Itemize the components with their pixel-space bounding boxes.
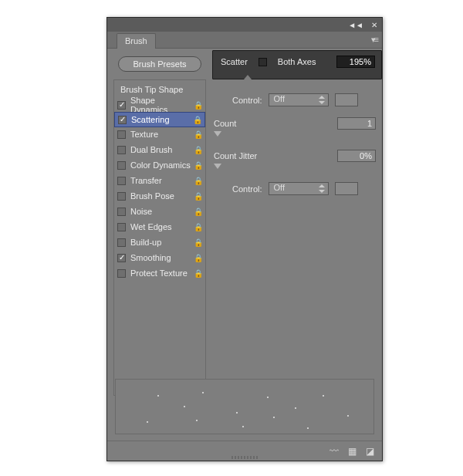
option-label: Transfer xyxy=(130,176,193,185)
lock-icon[interactable]: 🔒 xyxy=(193,130,204,139)
resize-grip-icon[interactable] xyxy=(231,456,258,459)
option-checkbox[interactable] xyxy=(117,223,126,231)
option-row[interactable]: ✓Smoothing🔒 xyxy=(114,250,205,265)
count-jitter-label: Count Jitter xyxy=(214,151,257,160)
option-checkbox[interactable] xyxy=(117,269,126,278)
count-slider-thumb[interactable] xyxy=(214,131,221,137)
lock-icon[interactable]: 🔒 xyxy=(193,269,204,278)
scatter-bar: Scatter Both Axes 195% xyxy=(212,50,382,79)
jitter-control-dropdown[interactable]: Off xyxy=(269,182,329,195)
preview-dot xyxy=(184,406,185,407)
option-label: Build-up xyxy=(130,238,193,247)
option-checkbox[interactable] xyxy=(117,238,126,247)
option-label: Brush Pose xyxy=(130,191,193,201)
option-checkbox[interactable] xyxy=(117,161,126,170)
option-label: Brush Tip Shape xyxy=(120,85,205,94)
new-brush-icon[interactable]: ▦ xyxy=(348,446,357,457)
lock-icon[interactable]: 🔒 xyxy=(193,254,204,262)
count-row: Count 1 xyxy=(214,117,376,130)
preview-dot xyxy=(323,395,324,397)
option-checkbox[interactable] xyxy=(117,130,126,139)
option-row[interactable]: Color Dynamics🔒 xyxy=(114,157,205,173)
both-axes-label: Both Axes xyxy=(278,57,316,66)
count-jitter-row: Count Jitter 0% xyxy=(214,150,376,162)
panel-titlebar: ◄◄ ✕ xyxy=(107,18,382,32)
option-row[interactable]: Noise🔒 xyxy=(114,204,205,219)
count-slider[interactable] xyxy=(214,131,376,139)
lock-icon[interactable]: 🔒 xyxy=(192,116,203,124)
option-label: Dual Brush xyxy=(130,145,193,154)
jitter-control-row: Control: Off xyxy=(214,182,376,195)
toggle-preview-icon[interactable]: 〰 xyxy=(330,446,339,457)
option-checkbox[interactable]: ✓ xyxy=(117,254,126,262)
count-label: Count xyxy=(214,119,236,128)
option-checkbox[interactable] xyxy=(117,192,126,201)
option-checkbox[interactable] xyxy=(117,146,126,154)
preview-dot xyxy=(202,392,204,393)
option-label: Noise xyxy=(130,207,193,216)
option-checkbox[interactable] xyxy=(117,208,126,216)
option-checkbox[interactable]: ✓ xyxy=(117,101,126,110)
option-checkbox[interactable]: ✓ xyxy=(118,116,127,124)
option-row[interactable]: Protect Texture🔒 xyxy=(114,265,205,281)
count-jitter-slider-thumb[interactable] xyxy=(214,164,221,169)
scatter-control-row: Control: Off xyxy=(214,93,376,106)
scatter-control-extra[interactable] xyxy=(335,93,358,106)
preview-dot xyxy=(267,397,269,398)
option-row[interactable]: ✓Scattering🔒 xyxy=(114,112,205,127)
lock-icon[interactable]: 🔒 xyxy=(193,177,204,185)
both-axes-checkbox[interactable] xyxy=(259,58,267,66)
preview-dot xyxy=(347,415,349,417)
flyout-menu-icon[interactable]: ▾≡ xyxy=(371,35,377,45)
tab-bar: Brush ▾≡ xyxy=(107,32,382,49)
brush-options-list: Brush Tip Shape✓Shape Dynamics🔒✓Scatteri… xyxy=(113,79,206,396)
lock-icon[interactable]: 🔒 xyxy=(193,101,204,110)
option-row[interactable]: Dual Brush🔒 xyxy=(114,142,205,157)
brush-preview xyxy=(115,379,374,434)
option-label: Color Dynamics xyxy=(130,160,193,170)
option-checkbox[interactable] xyxy=(117,177,126,185)
lock-icon[interactable]: 🔒 xyxy=(193,208,204,216)
scatter-label: Scatter xyxy=(221,57,248,66)
brush-presets-button[interactable]: Brush Presets xyxy=(118,56,201,72)
preview-dot xyxy=(236,412,238,414)
option-label: Scattering xyxy=(131,115,192,124)
lock-icon[interactable]: 🔒 xyxy=(193,238,204,247)
tab-brush[interactable]: Brush xyxy=(117,33,156,49)
option-row[interactable]: Texture🔒 xyxy=(114,127,205,142)
option-row[interactable]: Wet Edges🔒 xyxy=(114,219,205,235)
lock-icon[interactable]: 🔒 xyxy=(193,161,204,170)
preview-dot xyxy=(307,427,309,429)
preview-dot xyxy=(295,407,296,409)
option-row[interactable]: ✓Shape Dynamics🔒 xyxy=(114,97,205,113)
close-icon[interactable]: ✕ xyxy=(371,21,377,29)
option-row[interactable]: Brush Pose🔒 xyxy=(114,188,205,204)
brush-panel: ◄◄ ✕ Brush ▾≡ Brush Presets Brush Tip Sh… xyxy=(106,17,383,461)
jitter-control-extra[interactable] xyxy=(335,182,358,195)
option-row[interactable]: Brush Tip Shape xyxy=(114,82,205,97)
count-jitter-slider[interactable] xyxy=(214,164,376,171)
count-jitter-value-field[interactable]: 0% xyxy=(337,150,376,162)
scatter-control-dropdown[interactable]: Off xyxy=(269,93,329,106)
scatter-control-label: Control: xyxy=(232,96,262,105)
lock-icon[interactable]: 🔒 xyxy=(193,146,204,154)
count-value-field[interactable]: 1 xyxy=(337,117,376,130)
lock-icon[interactable]: 🔒 xyxy=(193,223,204,231)
preview-dot xyxy=(157,395,159,397)
scatter-value-field[interactable]: 195% xyxy=(336,56,375,68)
lock-icon[interactable]: 🔒 xyxy=(193,192,204,201)
preview-dot xyxy=(196,420,198,421)
preview-dot xyxy=(273,417,275,418)
preview-dot xyxy=(147,421,148,423)
option-row[interactable]: Build-up🔒 xyxy=(114,235,205,250)
option-label: Wet Edges xyxy=(130,222,193,231)
option-row[interactable]: Transfer🔒 xyxy=(114,173,205,188)
option-label: Smoothing xyxy=(130,253,193,262)
jitter-control-label: Control: xyxy=(232,184,262,194)
option-label: Texture xyxy=(130,130,193,139)
scatter-slider-thumb[interactable] xyxy=(244,75,252,79)
collapse-icon[interactable]: ◄◄ xyxy=(348,21,363,29)
option-label: Protect Texture xyxy=(130,268,193,278)
create-preset-icon[interactable]: ◪ xyxy=(366,446,374,457)
preview-dot xyxy=(242,426,244,427)
